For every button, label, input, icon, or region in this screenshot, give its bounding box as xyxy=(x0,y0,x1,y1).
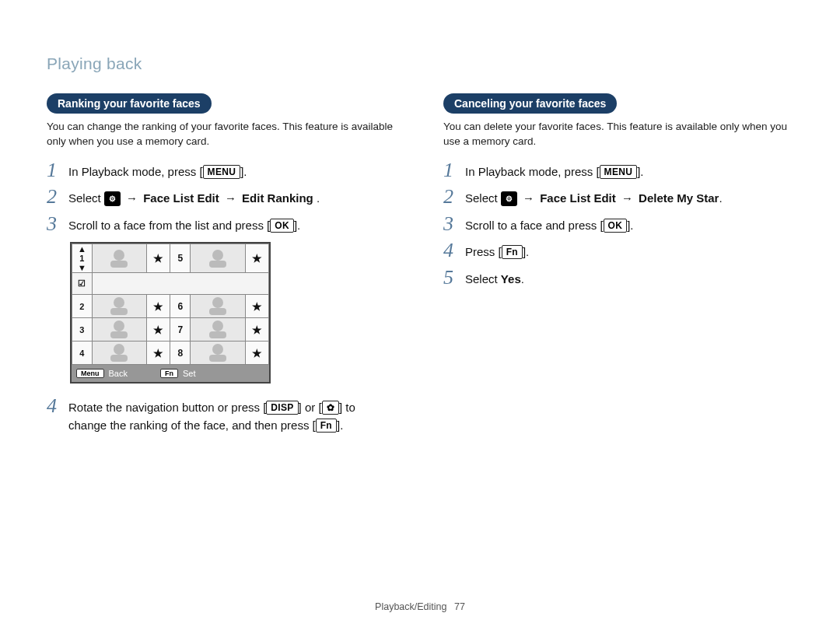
text: Rotate the navigation button or press [ xyxy=(68,401,266,414)
table-row: ☑ xyxy=(72,273,269,295)
rank-number: 1 xyxy=(72,254,92,263)
step-number: 2 xyxy=(47,187,68,207)
text: ]. xyxy=(240,165,247,178)
bold-text: Face List Edit xyxy=(143,191,219,205)
rank-number: 7 xyxy=(170,318,191,342)
down-arrow-icon: ▼ xyxy=(72,263,92,272)
step-5: 5 Select Yes. xyxy=(443,269,793,289)
ranking-intro: You can change the ranking of your favor… xyxy=(47,120,397,149)
face-thumbnail xyxy=(191,244,245,273)
flower-icon: ✿ xyxy=(322,401,339,415)
rank-number: 8 xyxy=(170,342,191,365)
updown-cell: ▲ 1 ▼ xyxy=(72,244,93,273)
svg-point-0 xyxy=(114,250,124,261)
face-thumbnail xyxy=(191,295,245,318)
gear-icon: ⚙ xyxy=(501,191,517,206)
svg-point-4 xyxy=(114,297,124,308)
text: ] or [ xyxy=(299,401,322,414)
gear-icon: ⚙ xyxy=(104,191,121,206)
text: ]. xyxy=(627,219,633,232)
svg-rect-11 xyxy=(209,331,226,338)
disp-button-label: DISP xyxy=(266,401,298,415)
section-title: Playing back xyxy=(47,54,793,73)
text: . xyxy=(521,272,524,285)
pill-canceling: Canceling your favorite faces xyxy=(443,93,617,114)
pill-ranking: Ranking your favorite faces xyxy=(47,93,212,114)
step-3: 3 Scroll to a face and press [OK]. xyxy=(443,215,793,235)
face-thumbnail xyxy=(92,342,146,365)
text: Press [ xyxy=(465,245,502,258)
ranking-steps: 1 In Playback mode, press [MENU]. 2 Sele… xyxy=(47,162,397,235)
step-number: 4 xyxy=(443,240,465,261)
star-icon: ★ xyxy=(147,318,170,342)
footer-text: Playback/Editing xyxy=(375,601,446,612)
step-3: 3 Scroll to a face from the list and pre… xyxy=(47,215,397,235)
arrow-icon: → xyxy=(219,191,242,205)
text: In Playback mode, press [ xyxy=(68,165,203,178)
step-body: Select ⚙ → Face List Edit → Delete My St… xyxy=(465,188,723,208)
table-row: 3 ★ 7 ★ xyxy=(72,318,269,342)
step-body: In Playback mode, press [MENU]. xyxy=(68,162,247,181)
left-column: Ranking your favorite faces You can chan… xyxy=(47,93,397,442)
page-footer: Playback/Editing 77 xyxy=(0,601,840,612)
step-number: 1 xyxy=(443,160,465,180)
rank-number: 6 xyxy=(170,295,191,318)
bold-text: Edit Ranking xyxy=(242,191,313,205)
step-body: Select Yes. xyxy=(465,269,524,289)
svg-rect-1 xyxy=(110,261,128,268)
step-number: 2 xyxy=(443,187,465,207)
ok-button-label: OK xyxy=(270,219,294,233)
fn-tag: Fn xyxy=(160,369,178,378)
rank-number: 3 xyxy=(72,318,93,342)
svg-point-8 xyxy=(114,321,124,331)
rank-number: 5 xyxy=(170,244,191,273)
arrow-icon: → xyxy=(616,191,639,205)
svg-point-10 xyxy=(212,321,223,331)
table-row: ▲ 1 ▼ ★ 5 ★ xyxy=(72,244,269,273)
canceling-steps: 1 In Playback mode, press [MENU]. 2 Sele… xyxy=(443,162,793,289)
face-grid: ▲ 1 ▼ ★ 5 ★ ☑ xyxy=(72,243,269,365)
step-body: Scroll to a face from the list and press… xyxy=(68,215,300,235)
step-number: 3 xyxy=(47,214,68,234)
up-arrow-icon: ▲ xyxy=(72,244,92,254)
text: Scroll to a face from the list and press… xyxy=(68,219,270,232)
text: ]. xyxy=(637,165,643,178)
step-number: 5 xyxy=(443,268,465,288)
text: Select xyxy=(68,191,104,205)
menu-button-label: MENU xyxy=(600,165,638,179)
bold-text: Delete My Star xyxy=(639,191,719,205)
step-body: Select ⚙ → Face List Edit → Edit Ranking… xyxy=(68,188,320,208)
rank-number: 4 xyxy=(72,342,93,365)
menu-tag: Menu xyxy=(76,369,104,378)
star-icon: ★ xyxy=(245,342,268,365)
step-4: 4 Rotate the navigation button or press … xyxy=(47,398,397,434)
text: Scroll to a face and press [ xyxy=(465,219,604,232)
bold-text: Yes xyxy=(501,272,521,285)
fn-button-label: Fn xyxy=(502,245,523,259)
step-4: 4 Press [Fn]. xyxy=(443,242,793,261)
star-icon: ★ xyxy=(245,244,268,273)
star-icon: ★ xyxy=(245,318,268,342)
step-number: 4 xyxy=(47,396,68,416)
ranking-steps-cont: 4 Rotate the navigation button or press … xyxy=(47,398,397,434)
check-cell: ☑ xyxy=(72,273,93,295)
face-thumbnail xyxy=(92,318,146,342)
text: Select xyxy=(465,272,501,285)
star-icon: ★ xyxy=(147,295,170,318)
fn-button-label: Fn xyxy=(316,419,337,433)
svg-point-12 xyxy=(114,344,124,355)
step-body: In Playback mode, press [MENU]. xyxy=(465,162,643,181)
face-thumbnail xyxy=(92,295,146,318)
step-number: 1 xyxy=(47,160,68,180)
svg-rect-7 xyxy=(209,308,226,315)
svg-rect-9 xyxy=(110,331,128,338)
star-icon: ★ xyxy=(245,295,268,318)
step-number: 3 xyxy=(443,214,465,234)
text: ]. xyxy=(294,219,300,232)
back-label: Back xyxy=(109,369,128,378)
face-list-screen: ▲ 1 ▼ ★ 5 ★ ☑ xyxy=(70,242,271,384)
table-row: 4 ★ 8 ★ xyxy=(72,342,269,365)
menu-button-label: MENU xyxy=(203,165,241,179)
svg-rect-3 xyxy=(209,261,226,268)
star-icon: ★ xyxy=(147,244,170,273)
